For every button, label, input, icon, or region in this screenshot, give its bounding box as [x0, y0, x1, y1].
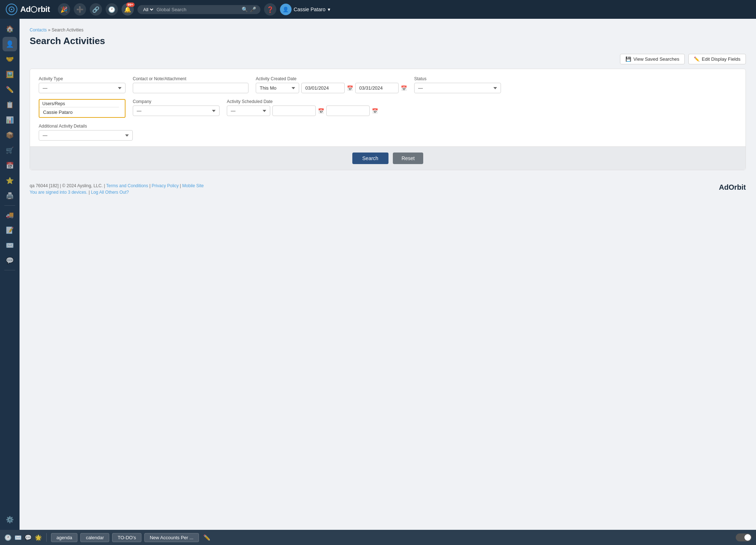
- log-out-link[interactable]: Log All Others Out?: [91, 190, 129, 195]
- search-icon[interactable]: 🔍: [242, 7, 248, 12]
- breadcrumb-parent[interactable]: Contacts: [30, 27, 47, 33]
- sidebar-item-settings[interactable]: ⚙️: [3, 512, 17, 527]
- view-saved-searches-button[interactable]: 💾 View Saved Searches: [620, 54, 685, 64]
- notifications-icon[interactable]: 🔔 99+: [122, 3, 134, 16]
- taskbar-clock-icon[interactable]: 🕐: [4, 534, 12, 541]
- footer-brand: AdOrbit: [719, 183, 746, 192]
- scheduled-date-from-input[interactable]: [272, 106, 316, 116]
- view-saved-icon: 💾: [625, 56, 631, 62]
- reset-button[interactable]: Reset: [393, 153, 424, 164]
- status-group: Status — Open Closed Pending: [414, 76, 501, 93]
- add-icon[interactable]: ➕: [74, 3, 86, 16]
- global-search-input[interactable]: [157, 7, 239, 12]
- main-content: Contacts » Search Activities Search Acti…: [20, 19, 756, 530]
- sidebar-item-delivery[interactable]: 🚚: [3, 208, 17, 222]
- taskbar-tab-calendar[interactable]: calendar: [80, 533, 109, 542]
- created-date-preset-select[interactable]: This Mo: [256, 83, 299, 93]
- activity-type-select[interactable]: — Call Email Meeting Note Task: [39, 83, 126, 93]
- link-icon[interactable]: 🔗: [90, 3, 102, 16]
- created-date-range: This Mo 📅 📅: [256, 83, 407, 93]
- sidebar-divider: [4, 205, 15, 206]
- calendar-to-icon[interactable]: 📅: [401, 85, 407, 91]
- created-date-from-input[interactable]: [301, 83, 345, 93]
- sidebar-item-favorites[interactable]: ⭐: [3, 173, 17, 188]
- chevron-down-icon: ▾: [328, 7, 330, 12]
- created-date-label: Activity Created Date: [256, 76, 407, 81]
- sidebar-item-reports[interactable]: 📊: [3, 113, 17, 127]
- taskbar-chat-icon[interactable]: 💬: [25, 534, 32, 541]
- created-date-to-input[interactable]: [355, 83, 399, 93]
- sidebar-item-products[interactable]: 📦: [3, 128, 17, 142]
- terms-link[interactable]: Terms and Conditions: [106, 183, 148, 188]
- users-reps-label: Users/Reps: [39, 100, 125, 107]
- global-search-area: All 🔍 🎤: [137, 5, 260, 14]
- additional-label: Additional Activity Details: [39, 124, 133, 129]
- privacy-link[interactable]: Privacy Policy: [152, 183, 179, 188]
- taskbar-star-icon[interactable]: 🌟: [35, 534, 42, 541]
- user-menu[interactable]: 👤 Cassie Pataro ▾: [280, 4, 330, 15]
- mobile-link[interactable]: Mobile Site: [182, 183, 204, 188]
- scheduled-date-range: — 📅 📅: [227, 106, 378, 116]
- breadcrumb: Contacts » Search Activities: [30, 27, 746, 33]
- avatar: 👤: [280, 4, 292, 15]
- scheduled-date-label: Activity Scheduled Date: [227, 99, 378, 104]
- users-reps-select[interactable]: Cassie Pataro: [39, 107, 119, 117]
- taskbar-tab-todos[interactable]: TO-DO's: [112, 533, 141, 542]
- footer-line-1: qa 76044 [182] | © 2024 Aysling, LLC. | …: [30, 183, 746, 188]
- breadcrumb-current: Search Activities: [52, 27, 84, 33]
- taskbar-tab-agenda[interactable]: agenda: [51, 533, 77, 542]
- sidebar-item-documents[interactable]: 📝: [3, 223, 17, 237]
- svg-point-1: [11, 9, 12, 10]
- additional-select[interactable]: —: [39, 130, 133, 141]
- users-reps-bordered-group: Users/Reps Cassie Pataro: [39, 99, 126, 118]
- toolbar: 💾 View Saved Searches ✏️ Edit Display Fi…: [30, 54, 746, 64]
- activity-type-group: Activity Type — Call Email Meeting Note …: [39, 76, 126, 93]
- sidebar-item-proposals[interactable]: ✏️: [3, 82, 17, 97]
- scheduled-date-to-input[interactable]: [326, 106, 370, 116]
- company-label: Company: [133, 99, 220, 104]
- sidebar: 🏠 👤 🤝 🖼️ ✏️ 📋 📊 📦 🛒 📅 ⭐ 🖨️ 🚚 📝 ✉️ 💬 ⚙️: [0, 19, 20, 530]
- sidebar-item-schedule[interactable]: 📅: [3, 158, 17, 173]
- history-icon[interactable]: 🕐: [106, 3, 118, 16]
- taskbar-edit-icon[interactable]: ✏️: [203, 534, 211, 541]
- user-name: Cassie Pataro: [294, 7, 326, 12]
- sidebar-item-chat[interactable]: 💬: [3, 253, 17, 268]
- search-filter-dropdown[interactable]: All: [142, 7, 154, 13]
- calendar-from-icon[interactable]: 📅: [347, 85, 353, 91]
- contact-input[interactable]: [133, 83, 249, 93]
- sidebar-item-orders[interactable]: 📋: [3, 98, 17, 112]
- party-popper-icon[interactable]: 🎉: [58, 3, 70, 16]
- taskbar: 🕐 ✉️ 💬 🌟 agenda calendar TO-DO's New Acc…: [0, 530, 756, 545]
- signed-in-link[interactable]: You are signed into 3 devices.: [30, 190, 88, 195]
- sidebar-item-media[interactable]: 🖼️: [3, 67, 17, 82]
- sidebar-item-cart[interactable]: 🛒: [3, 143, 17, 158]
- sidebar-item-email[interactable]: ✉️: [3, 238, 17, 253]
- logo[interactable]: Adrbit: [6, 4, 50, 15]
- sidebar-divider-2: [4, 270, 15, 270]
- search-button[interactable]: Search: [352, 153, 388, 164]
- taskbar-email-icon[interactable]: ✉️: [14, 534, 22, 541]
- form-footer: Search Reset: [30, 146, 746, 170]
- edit-display-fields-button[interactable]: ✏️ Edit Display Fields: [688, 54, 746, 64]
- sidebar-item-home[interactable]: 🏠: [3, 22, 17, 36]
- taskbar-toggle[interactable]: [736, 533, 752, 541]
- sidebar-item-print[interactable]: 🖨️: [3, 189, 17, 203]
- notification-badge: 99+: [126, 3, 135, 7]
- contact-group: Contact or Note/Attachment: [133, 76, 249, 93]
- microphone-icon[interactable]: 🎤: [250, 7, 256, 12]
- help-icon[interactable]: ❓: [264, 3, 276, 16]
- taskbar-tab-new-accounts[interactable]: New Accounts Per ...: [144, 533, 199, 542]
- scheduled-date-preset-select[interactable]: —: [227, 106, 270, 116]
- sidebar-item-contacts[interactable]: 👤: [3, 37, 17, 51]
- sidebar-item-deals[interactable]: 🤝: [3, 52, 17, 66]
- users-reps-group: Users/Reps Cassie Pataro: [39, 99, 126, 118]
- page-title: Search Activities: [30, 35, 746, 47]
- company-select[interactable]: —: [133, 106, 220, 116]
- status-select[interactable]: — Open Closed Pending: [414, 83, 501, 93]
- form-row-3: Additional Activity Details —: [39, 124, 737, 141]
- breadcrumb-separator: »: [48, 27, 52, 33]
- form-row-2: Users/Reps Cassie Pataro Company — Acti: [39, 99, 737, 118]
- contact-label: Contact or Note/Attachment: [133, 76, 249, 81]
- scheduled-calendar-to-icon[interactable]: 📅: [372, 108, 378, 114]
- scheduled-calendar-from-icon[interactable]: 📅: [318, 108, 324, 114]
